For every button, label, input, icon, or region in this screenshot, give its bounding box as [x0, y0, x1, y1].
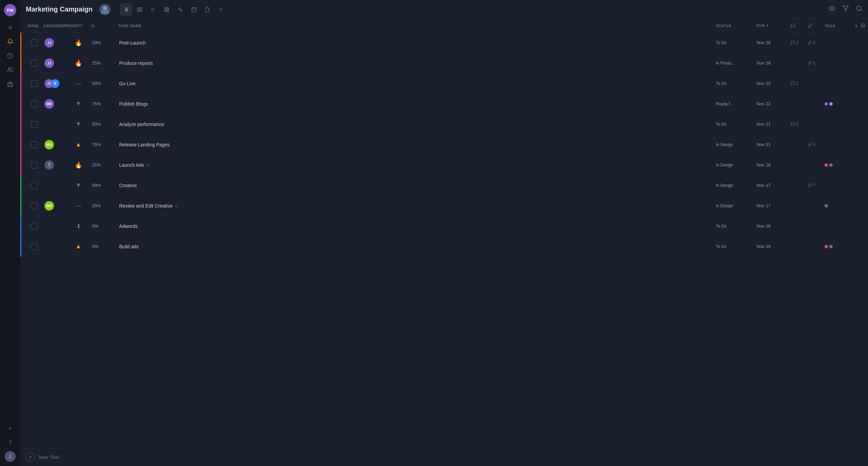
sort-col-icon[interactable] [854, 23, 858, 29]
tag-dot [829, 102, 833, 106]
svg-line-31 [861, 10, 862, 11]
task-checkbox[interactable] [31, 202, 38, 209]
tab-calendar[interactable] [188, 3, 200, 16]
assignee-cell: MR [44, 99, 65, 109]
priority-cell: ▼ [65, 182, 92, 189]
search-icon[interactable] [856, 5, 863, 14]
svg-rect-12 [137, 7, 139, 9]
task-checkbox[interactable] [31, 182, 38, 189]
task-checkbox[interactable] [31, 60, 38, 67]
assignee-cell: MS [44, 201, 65, 211]
col-tags: TAGS [825, 23, 865, 29]
svg-rect-13 [140, 7, 142, 9]
sidebar-item-projects[interactable] [4, 78, 16, 90]
due-date-cell: Nov 21 [757, 142, 791, 147]
task-checkbox[interactable] [31, 121, 38, 128]
task-checkbox[interactable] [31, 101, 38, 107]
tab-activity[interactable] [174, 3, 186, 16]
assignee-cell [44, 160, 65, 170]
task-row[interactable]: ⬇ 0% Adwords To Do Nov 16 [20, 216, 868, 236]
svg-rect-19 [165, 7, 169, 12]
task-checkbox[interactable] [31, 141, 38, 148]
comment-count: 2 [791, 40, 808, 45]
done-cell [24, 101, 44, 107]
svg-marker-29 [843, 6, 849, 11]
task-row[interactable]: JJ 🔥 25% Produce reports In Produ... Nov… [20, 53, 868, 73]
done-cell [24, 202, 44, 209]
tab-list[interactable] [120, 3, 132, 16]
svg-rect-24 [192, 7, 196, 12]
sidebar-item-add[interactable]: + [4, 423, 16, 435]
done-cell [24, 80, 44, 87]
task-row[interactable]: MS ▲ 75% Release Landing Pages In Design… [20, 135, 868, 155]
links-cell: 2 [808, 40, 825, 45]
task-checkbox[interactable] [31, 223, 38, 230]
filter-icon[interactable] [842, 5, 849, 14]
header: Marketing Campaign [20, 0, 868, 19]
col-due[interactable]: DUE ▾ [757, 23, 791, 28]
add-task-button[interactable]: + [26, 452, 35, 462]
assignee-cell: JJN [44, 79, 65, 88]
status-cell: In Produ... [716, 61, 757, 66]
tab-more[interactable]: + [215, 3, 227, 16]
priority-cell: 🔥 [65, 161, 92, 169]
task-checkbox[interactable] [31, 243, 38, 250]
svg-point-28 [831, 8, 833, 10]
task-name-cell: Creative [119, 183, 716, 188]
task-rows: JJ 🔥 29% Post-Launch To Do Nov 28 2 2 JJ… [20, 33, 868, 257]
col-percent: % [91, 24, 118, 28]
done-cell [24, 162, 44, 168]
main-content: Marketing Campaign [20, 0, 868, 466]
tab-table[interactable] [161, 3, 173, 16]
status-cell: In Design [716, 163, 757, 167]
assignee-group: JJN [44, 79, 65, 88]
sidebar-item-help[interactable]: ? [4, 437, 16, 449]
percent-cell: 25% [92, 203, 119, 208]
task-checkbox[interactable] [31, 80, 38, 87]
tag-dot [825, 204, 828, 208]
due-date-cell: Nov 18 [757, 162, 791, 167]
task-name-cell: Publish Blogs [119, 101, 716, 107]
svg-point-33 [862, 25, 864, 26]
sidebar-item-notifications[interactable] [4, 35, 16, 48]
sidebar-item-people[interactable] [4, 64, 16, 76]
assignee-cell: MS [44, 140, 65, 149]
col-assignee: ASSIGNEE [43, 24, 64, 28]
done-cell [24, 182, 44, 189]
user-avatar[interactable] [5, 451, 16, 462]
tab-board[interactable] [133, 3, 146, 16]
task-row[interactable]: JJ 🔥 29% Post-Launch To Do Nov 28 2 2 [20, 33, 868, 53]
sidebar-bottom: + ? [4, 423, 16, 462]
percent-cell: 0% [92, 244, 119, 249]
task-name-cell: Release Landing Pages [119, 142, 716, 147]
due-date-cell: Nov 16 [757, 244, 791, 249]
app-logo[interactable]: PM [4, 4, 16, 16]
due-date-cell: Nov 28 [757, 40, 791, 45]
task-row[interactable]: ▲ 0% Build ads To Do Nov 16 [20, 236, 868, 257]
comment-count: 1 [791, 81, 808, 86]
tab-gantt[interactable] [147, 3, 159, 16]
task-checkbox[interactable] [31, 39, 38, 46]
svg-point-34 [48, 163, 51, 165]
task-row[interactable]: JJN — 58% Go Live To Do Nov 22 1 [20, 73, 868, 94]
svg-point-3 [9, 454, 12, 456]
col-settings-icon[interactable] [861, 23, 865, 29]
task-tags [825, 163, 865, 167]
task-row[interactable]: ▼ 69% Creative In Design Nov 17 7 [20, 175, 868, 196]
task-checkbox[interactable] [31, 162, 38, 168]
task-row[interactable]: 🔥 25% Launch Ads ◇ In Design Nov 18 [20, 155, 868, 175]
task-row[interactable]: MS — 25% Review and Edit Creative ◇ In D… [20, 196, 868, 216]
task-tags [825, 204, 865, 208]
task-row[interactable]: ▼ 50% Analyze performance To Do Nov 21 5 [20, 114, 868, 135]
tag-dot [829, 245, 833, 248]
project-avatar [99, 4, 110, 15]
task-row[interactable]: MR ▼ 75% Publish Blogs Ready f... Nov 22 [20, 94, 868, 114]
eye-icon[interactable] [829, 5, 835, 14]
priority-cell: ▲ [65, 141, 92, 148]
percent-cell: 69% [92, 183, 119, 188]
tab-docs[interactable] [201, 3, 214, 16]
sidebar-item-history[interactable] [4, 50, 16, 62]
done-cell [24, 141, 44, 148]
links-cell: 3 [808, 61, 825, 66]
sidebar-item-home[interactable]: ⌂ [4, 21, 16, 33]
